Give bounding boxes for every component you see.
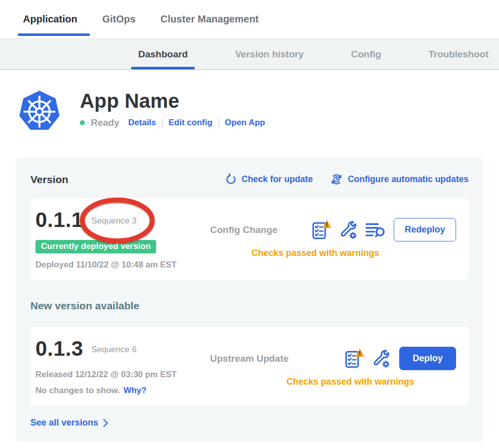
preflight-checks-warning-icon[interactable] <box>312 220 332 240</box>
tab-troubleshoot[interactable]: Troubleshoot <box>429 39 489 69</box>
nav-item-gitops[interactable]: GitOps <box>102 0 136 38</box>
tab-version-history[interactable]: Version history <box>235 39 303 69</box>
config-wrench-icon[interactable] <box>371 349 391 369</box>
current-checks-status: Checks passed with warnings <box>251 248 379 258</box>
configure-automatic-updates-label: Configure automatic updates <box>348 174 469 185</box>
see-all-versions-label: See all versions <box>30 418 98 428</box>
view-files-icon[interactable] <box>365 222 386 238</box>
app-header: App Name Ready Details Edit config Open … <box>18 89 499 134</box>
new-version-available-heading: New version available <box>30 300 469 312</box>
new-version-line: 0.1.3 Sequence 6 <box>35 336 210 362</box>
nav-item-cluster-management[interactable]: Cluster Management <box>161 0 259 38</box>
check-for-update-label: Check for update <box>242 174 313 185</box>
new-version-card: 0.1.3 Sequence 6 Released 12/12/22 @ 03:… <box>30 327 469 406</box>
chevron-right-icon <box>103 419 108 428</box>
ready-status-dot <box>80 120 85 125</box>
version-panel-title: Version <box>30 174 68 186</box>
link-divider <box>219 118 219 128</box>
new-version-info: 0.1.3 Sequence 6 Released 12/12/22 @ 03:… <box>35 334 210 396</box>
current-version-line: 0.1.1 Sequence 3 <box>35 207 210 233</box>
redeploy-button[interactable]: Redeploy <box>394 218 456 241</box>
released-timestamp: Released 12/12/22 @ 03:30 pm EST <box>35 370 210 380</box>
check-for-update-link[interactable]: Check for update <box>225 173 313 186</box>
current-version-actions: Config Change <box>210 205 456 258</box>
current-version-actions-row: Config Change <box>210 218 456 241</box>
new-version-sequence: Sequence 6 <box>91 345 137 355</box>
see-all-versions-link[interactable]: See all versions <box>30 418 108 428</box>
app-header-text: App Name Ready Details Edit config Open … <box>80 89 265 128</box>
current-version-sequence: Sequence 3 <box>91 216 137 226</box>
why-link[interactable]: Why? <box>123 386 146 396</box>
version-panel-actions: Check for update Configure automatic upd… <box>225 173 469 186</box>
current-version-info: 0.1.1 Sequence 3 Currently deployed vers… <box>35 205 210 270</box>
currently-deployed-badge: Currently deployed version <box>35 240 156 253</box>
current-version-source: Config Change <box>210 224 277 235</box>
version-panel: Version Check for update Configure <box>15 158 484 442</box>
current-version-card: 0.1.1 Sequence 3 Currently deployed vers… <box>30 198 469 280</box>
new-version-source: Upstream Update <box>210 353 288 364</box>
new-version-number: 0.1.3 <box>35 337 83 361</box>
app-title: App Name <box>80 90 265 112</box>
top-nav: Application GitOps Cluster Management <box>0 0 499 38</box>
auto-update-clock-icon <box>330 173 343 186</box>
link-divider <box>162 118 163 128</box>
edit-config-link[interactable]: Edit config <box>169 118 213 128</box>
new-version-status-icons <box>345 348 391 369</box>
refresh-icon <box>225 173 237 186</box>
ready-status-label: Ready <box>91 117 119 128</box>
app-status-row: Ready Details Edit config Open App <box>80 117 265 128</box>
no-changes-row: No changes to show. Why? <box>35 386 210 396</box>
new-version-actions-row: Upstream Update <box>210 347 456 370</box>
deploy-button[interactable]: Deploy <box>399 347 456 370</box>
current-version-number: 0.1.1 <box>35 208 83 232</box>
no-changes-text: No changes to show. <box>35 386 120 396</box>
deployed-timestamp: Deployed 11/10/22 @ 10:48 am EST <box>35 260 210 270</box>
tab-bar: Dashboard Version history Config Trouble… <box>0 38 499 70</box>
kubernetes-logo-icon <box>18 89 61 134</box>
current-version-status-icons <box>312 220 386 240</box>
configure-automatic-updates-link[interactable]: Configure automatic updates <box>330 173 469 186</box>
new-version-actions: Upstream Update <box>210 334 456 387</box>
version-panel-header: Version Check for update Configure <box>30 173 469 186</box>
tab-config[interactable]: Config <box>351 39 381 69</box>
config-wrench-icon[interactable] <box>338 220 358 240</box>
tab-dashboard[interactable]: Dashboard <box>138 39 188 69</box>
nav-item-application[interactable]: Application <box>23 0 77 38</box>
preflight-checks-warning-icon[interactable] <box>345 348 365 369</box>
open-app-link[interactable]: Open App <box>225 118 265 128</box>
details-link[interactable]: Details <box>128 118 156 128</box>
new-checks-status: Checks passed with warnings <box>286 377 414 387</box>
